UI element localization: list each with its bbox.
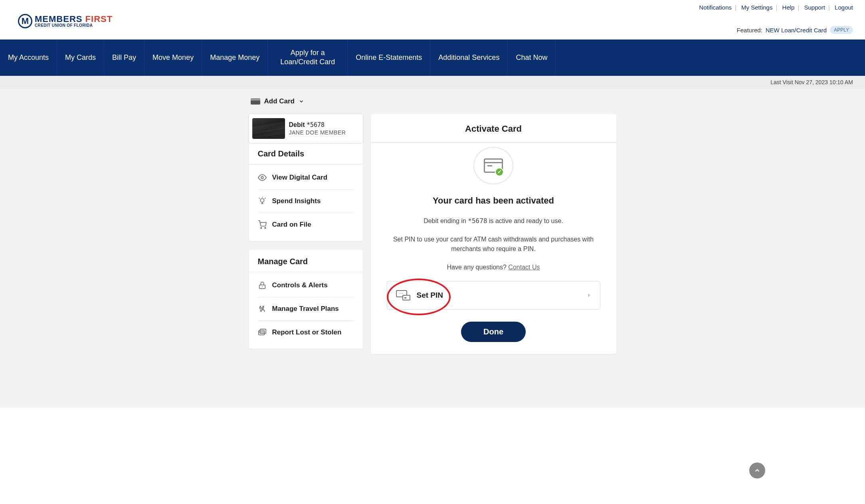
item-card-on-file[interactable]: Card on File	[258, 213, 354, 236]
svg-line-4	[259, 198, 259, 199]
set-pin-label: Set PIN	[417, 291, 443, 300]
apply-button[interactable]: APPLY	[830, 26, 853, 34]
card-holder-name: JANE DOE MEMBER	[289, 129, 346, 136]
card-details-title: Card Details	[249, 142, 363, 164]
selected-card-tile[interactable]: Debit *5678 JANE DOE MEMBER	[249, 114, 363, 143]
logo-text-2: FIRST	[85, 14, 113, 24]
nav-my-accounts[interactable]: My Accounts	[0, 40, 57, 76]
featured-link[interactable]: NEW Loan/Credit Card	[766, 27, 827, 34]
featured-label: Featured:	[737, 27, 762, 34]
logo-subtext: CREDIT UNION OF FLORIDA	[35, 24, 113, 28]
svg-point-0	[261, 176, 263, 179]
done-button[interactable]: Done	[461, 322, 526, 342]
svg-point-8	[264, 227, 265, 229]
card-activated-icon: ✓	[473, 147, 513, 184]
nav-move-money[interactable]: Move Money	[144, 40, 202, 76]
link-my-settings[interactable]: My Settings	[741, 4, 772, 11]
link-help[interactable]: Help	[782, 4, 795, 11]
last-visit-bar: Last Visit Nov 27, 2023 10:10 AM	[0, 76, 865, 89]
add-card-label: Add Card	[264, 97, 295, 105]
item-report-lost-stolen[interactable]: Report Lost or Stolen	[258, 321, 354, 344]
svg-point-1	[260, 198, 264, 202]
lightbulb-icon	[258, 197, 267, 206]
logo-text-1: MEMBERS	[35, 14, 82, 24]
activated-line3: Have any questions? Contact Us	[387, 263, 600, 272]
nav-manage-money[interactable]: Manage Money	[202, 40, 268, 76]
card-details-panel: Card Details View Digital Card	[249, 142, 363, 241]
eye-icon	[258, 173, 267, 182]
item-label: View Digital Card	[272, 174, 328, 182]
chevron-down-icon	[299, 99, 304, 104]
nav-estatements[interactable]: Online E-Statements	[348, 40, 430, 76]
link-support[interactable]: Support	[804, 4, 825, 11]
logo-mark-icon: M	[18, 14, 32, 28]
chevron-right-icon	[586, 292, 591, 298]
item-view-digital-card[interactable]: View Digital Card	[258, 166, 354, 190]
contact-us-link[interactable]: Contact Us	[508, 264, 540, 271]
activated-line2: Set PIN to use your card for ATM cash wi…	[387, 235, 600, 254]
item-label: Card on File	[272, 221, 311, 229]
link-logout[interactable]: Logout	[835, 4, 853, 11]
svg-rect-11	[258, 330, 264, 335]
svg-rect-12	[260, 329, 266, 334]
main-nav: My Accounts My Cards Bill Pay Move Money…	[0, 40, 865, 76]
set-pin-button[interactable]: *** Set PIN	[387, 281, 600, 310]
nav-apply-loan[interactable]: Apply for a Loan/Credit Card	[268, 40, 348, 76]
airplane-icon	[258, 304, 267, 313]
item-label: Report Lost or Stolen	[272, 328, 342, 336]
nav-additional-services[interactable]: Additional Services	[430, 40, 508, 76]
item-manage-travel-plans[interactable]: Manage Travel Plans	[258, 297, 354, 321]
logo[interactable]: M MEMBERS FIRST CREDIT UNION OF FLORIDA	[18, 14, 113, 28]
item-label: Spend Insights	[272, 197, 321, 205]
cart-icon	[258, 220, 267, 229]
nav-bill-pay[interactable]: Bill Pay	[104, 40, 144, 76]
card-image	[252, 118, 285, 139]
card-mask: *5678	[307, 121, 325, 128]
manage-card-title: Manage Card	[249, 250, 363, 272]
item-label: Manage Travel Plans	[272, 305, 339, 313]
add-card-dropdown[interactable]: Add Card	[249, 89, 616, 114]
item-controls-alerts[interactable]: Controls & Alerts	[258, 274, 354, 297]
nav-chat-now[interactable]: Chat Now	[508, 40, 556, 76]
svg-point-7	[260, 227, 261, 229]
card-type-label: Debit	[289, 121, 305, 128]
lock-icon	[258, 281, 267, 290]
svg-line-5	[265, 198, 265, 199]
nav-my-cards[interactable]: My Cards	[57, 40, 104, 76]
activate-card-title: Activate Card	[371, 114, 616, 143]
activated-heading: Your card has been activated	[387, 196, 600, 206]
item-label: Controls & Alerts	[272, 281, 328, 289]
cards-icon	[258, 328, 267, 337]
top-links: Notifications| My Settings| Help| Suppor…	[699, 4, 853, 11]
card-icon	[251, 98, 260, 105]
pin-icon: ***	[396, 290, 410, 300]
manage-card-panel: Manage Card Controls & Alerts	[249, 250, 363, 349]
activated-line1: Debit ending in *5678 is active and read…	[387, 216, 600, 226]
item-spend-insights[interactable]: Spend Insights	[258, 190, 354, 213]
activate-card-panel: Activate Card ✓ Your card has been activ…	[371, 114, 616, 354]
link-notifications[interactable]: Notifications	[699, 4, 732, 11]
